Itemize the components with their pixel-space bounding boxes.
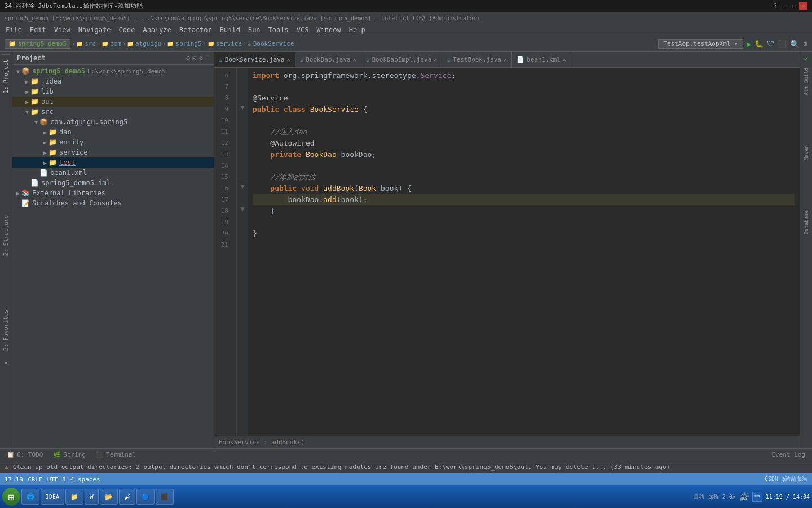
structure-tab[interactable]: 2: Structure [2, 211, 10, 260]
status-position[interactable]: 17:19 [5, 476, 23, 483]
window-min-btn[interactable]: ─ [780, 2, 789, 10]
menu-edit[interactable]: Edit [27, 25, 50, 35]
collapse-all-icon[interactable]: ⇱ [192, 54, 196, 62]
project-tab[interactable]: 1: Project [2, 54, 10, 98]
editor-tabs: ☕ BookService.java ✕ ☕ BookDao.java ✕ ☕ … [214, 52, 800, 68]
menu-run[interactable]: Run [245, 25, 264, 35]
taskbar-paint[interactable]: 🖌 [119, 489, 135, 505]
scope-icon[interactable]: ⊙ [186, 54, 190, 62]
tab-bookdao[interactable]: ☕ BookDao.java ✕ [295, 52, 361, 68]
volume-icon[interactable]: 🔊 [739, 492, 749, 501]
menu-code[interactable]: Code [116, 25, 139, 35]
menu-vcs[interactable]: VCS [293, 25, 312, 35]
tree-out[interactable]: ▶ 📁 out [12, 97, 214, 107]
code-line-12: @Autowired [253, 138, 795, 149]
tree-service[interactable]: ▶ 📁 service [12, 147, 214, 157]
tree-root[interactable]: ▼ 📦 spring5_demo5 E:\work\spring5_demo5 [12, 66, 214, 76]
code-line-6: import org.springframework.stereotype.Se… [253, 70, 795, 81]
code-line-14 [253, 160, 795, 172]
project-breadcrumb-btn[interactable]: 📁 spring5_demo5 [5, 39, 70, 49]
tree-package[interactable]: ▼ 📦 com.atguigu.spring5 [12, 117, 214, 127]
bc-atguigu[interactable]: 📁atguigu [127, 40, 161, 47]
bc-bookservice[interactable]: ☕BookService [248, 40, 294, 47]
tab-testbook-close[interactable]: ✕ [504, 56, 507, 63]
tab-bookservice[interactable]: ☕ BookService.java ✕ [214, 52, 295, 68]
tab-bookdaoimpl-close[interactable]: ✕ [434, 56, 437, 63]
code-content[interactable]: import org.springframework.stereotype.Se… [248, 68, 800, 436]
tree-idea[interactable]: ▶ 📁 .idea [12, 76, 214, 86]
spring-tab[interactable]: 🌿 Spring [48, 450, 90, 459]
run-btn[interactable]: ▶ [747, 40, 751, 49]
gutter: ▼ ▼ ▼ [237, 68, 248, 436]
terminal-icon: ⬛ [96, 451, 104, 458]
menu-analyze[interactable]: Analyze [139, 25, 175, 35]
taskbar-explorer[interactable]: 📂 [100, 489, 118, 505]
taskbar-ie[interactable]: 🌐 [21, 489, 39, 505]
database-tab[interactable]: Database [802, 208, 810, 237]
app-subtitle: spring5_demo5 [E:\work\spring5_demo5] - … [5, 15, 480, 21]
tree-entity[interactable]: ▶ 📁 entity [12, 137, 214, 147]
taskbar-network[interactable]: ⬛ [156, 489, 174, 505]
settings-icon[interactable]: ⚙ [199, 54, 203, 62]
debug-btn[interactable]: 🐛 [754, 40, 764, 48]
taskbar-system-tray: 自动 远程 2.0x 🔊 中 11:19 / 14:04 [693, 492, 810, 502]
coverage-btn[interactable]: 🛡 [767, 40, 774, 48]
favorites-tab[interactable]: 2: Favorites [2, 305, 10, 355]
ant-build-tab[interactable]: Alt Build [802, 65, 810, 98]
run-config-selector[interactable]: TestAop.testAopXml ▾ [658, 39, 743, 49]
bc-spring5[interactable]: 📁spring5 [167, 40, 201, 47]
taskbar-word[interactable]: W [85, 489, 99, 505]
tree-test[interactable]: ▶ 📁 test [12, 157, 214, 168]
menu-navigate[interactable]: Navigate [75, 25, 114, 35]
tree-bean1xml[interactable]: 📄 bean1.xml [12, 168, 214, 178]
status-line-sep[interactable]: CRLF [28, 476, 43, 483]
menu-window[interactable]: Window [313, 25, 344, 35]
tree-lib[interactable]: ▶ 📁 lib [12, 86, 214, 97]
tab-bean1xml[interactable]: 📄 bean1.xml ✕ [512, 52, 571, 68]
taskbar-chrome[interactable]: 🔵 [136, 489, 155, 505]
maven-tab[interactable]: Maven [802, 143, 810, 163]
bc-com[interactable]: 📁com [102, 40, 121, 47]
menu-file[interactable]: File [2, 25, 25, 35]
terminal-tab[interactable]: ⬛ Terminal [91, 450, 140, 459]
window-max-btn[interactable]: □ [790, 2, 798, 10]
tab-bookdaoimpl[interactable]: ☕ BookDaoImpl.java ✕ [361, 52, 443, 68]
window-close-btn[interactable]: ✕ [799, 2, 807, 10]
status-indent[interactable]: 4 spaces [70, 476, 100, 483]
taskbar-file[interactable]: 📁 [65, 489, 83, 505]
code-line-8: @Service [253, 93, 795, 104]
code-line-11: //注入dao [253, 126, 795, 138]
tree-src[interactable]: ▼ 📁 src [12, 107, 214, 117]
bc-service[interactable]: 📁service [208, 40, 242, 47]
menu-bar: File Edit View Navigate Code Analyze Ref… [0, 24, 812, 36]
minimize-panel-icon[interactable]: ─ [205, 54, 209, 62]
status-encoding[interactable]: UTF-8 [47, 476, 66, 483]
tree-scratches[interactable]: 📝 Scratches and Consoles [12, 198, 214, 208]
window-help-btn[interactable]: ? [771, 2, 780, 10]
stop-btn[interactable]: ⬛ [778, 40, 787, 48]
tab-bookservice-close[interactable]: ✕ [287, 56, 290, 63]
code-line-15: //添加的方法 [253, 172, 795, 183]
taskbar-idea[interactable]: IDEA [41, 489, 64, 505]
event-log-btn[interactable]: Event Log [767, 450, 810, 459]
menu-view[interactable]: View [51, 25, 74, 35]
warning-checkbox[interactable]: ⚠ [5, 463, 8, 471]
ime-label[interactable]: 中 [752, 492, 762, 502]
bc-src[interactable]: 📁src [76, 40, 96, 47]
settings-btn[interactable]: ⚙ [803, 40, 807, 48]
todo-tab[interactable]: 📋 6: TODO [2, 450, 47, 459]
menu-build[interactable]: Build [217, 25, 244, 35]
menu-help[interactable]: Help [346, 25, 369, 35]
tab-bean1xml-close[interactable]: ✕ [563, 56, 566, 63]
search-everywhere-btn[interactable]: 🔍 [790, 40, 800, 49]
tree-extlibs[interactable]: ▶ 📚 External Libraries [12, 188, 214, 198]
tree-dao[interactable]: ▶ 📁 dao [12, 127, 214, 137]
menu-refactor[interactable]: Refactor [176, 25, 215, 35]
tree-iml[interactable]: 📄 spring5_demo5.iml [12, 178, 214, 188]
menu-tools[interactable]: Tools [265, 25, 292, 35]
start-button[interactable]: ⊞ [2, 488, 20, 506]
tab-testbook[interactable]: ☕ TestBook.java ✕ [442, 52, 512, 68]
code-editor[interactable]: 6 7 8 9 10 11 12 13 14 15 16 17 18 19 20… [214, 68, 800, 436]
tab-bookdao-close[interactable]: ✕ [353, 56, 356, 63]
spring-icon: 🌿 [53, 451, 61, 458]
